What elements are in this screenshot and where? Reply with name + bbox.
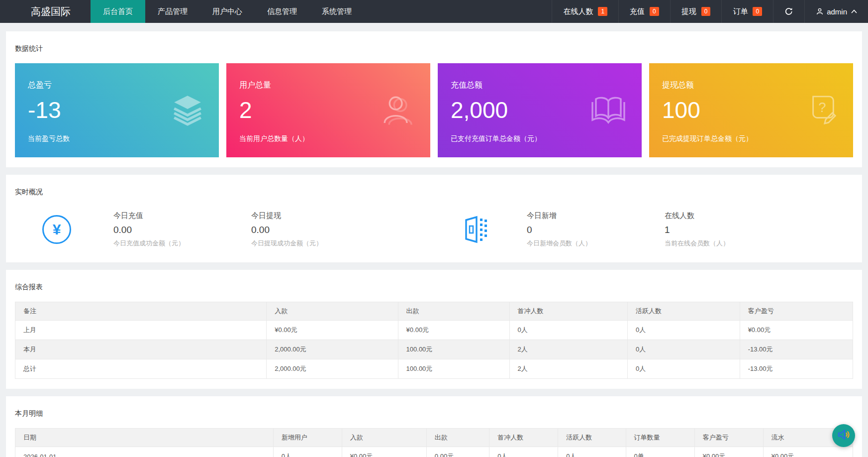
table-row: 2026-01-01 0人 ¥0.00元 0.00元 0人 0人 0单 ¥0.0… [15, 447, 853, 457]
panel-month-detail: 本月明细 日期 新增用户 入款 出款 首冲人数 活跃人数 订单数量 客户盈亏 流… [6, 396, 862, 457]
column-header: 活跃人数 [558, 429, 626, 447]
realtime-label: 在线人数 [665, 211, 802, 221]
card-total-withdraw: 提现总额 100 已完成提现订单总金额（元） ? [649, 63, 853, 157]
cell: 2人 [509, 359, 627, 379]
column-header: 新增用户 [273, 429, 342, 447]
column-header: 出款 [398, 302, 509, 321]
top-navbar: 高盛国际 后台首页 产品管理 用户中心 信息管理 系统管理 在线人数 1 充值 … [0, 0, 868, 23]
realtime-label: 今日提现 [251, 211, 389, 221]
cell: 2,000.00元 [267, 359, 398, 379]
refresh-icon [784, 7, 793, 16]
cell: 0人 [627, 359, 740, 379]
stat-label: 订单 [733, 7, 748, 16]
stat-orders[interactable]: 订单 0 [721, 0, 773, 23]
card-total-users: 用户总量 2 当前用户总数量（人） [226, 63, 430, 157]
tab-products[interactable]: 产品管理 [145, 0, 200, 23]
cell: 0单 [626, 447, 694, 457]
status-badge: 1 [598, 7, 607, 16]
card-desc: 当前用户总数量（人） [239, 134, 309, 143]
building-icon [464, 216, 489, 243]
section-title: 实时概况 [15, 188, 853, 197]
cell: 2,000.00元 [267, 340, 398, 359]
card-total-recharge: 充值总额 2,000 已支付充值订单总金额（元） [438, 63, 642, 157]
summary-report-table: 备注 入款 出款 首冲人数 活跃人数 客户盈亏 上月 ¥0.00元 ¥0.00元… [15, 302, 853, 379]
realtime-value: 1 [665, 225, 802, 235]
stat-recharge[interactable]: 充值 0 [618, 0, 670, 23]
book-icon [590, 94, 627, 127]
realtime-item-online: 在线人数 1 当前在线会员数（人） [665, 211, 802, 248]
card-desc: 已支付充值订单总金额（元） [451, 134, 541, 143]
column-header: 入款 [267, 302, 398, 321]
navbar-right: 在线人数 1 充值 0 提现 0 订单 0 [552, 0, 868, 23]
card-label: 用户总量 [239, 80, 430, 91]
cell: ¥0.00元 [267, 321, 398, 340]
stat-card-row: 总盈亏 -13 当前盈亏总数 用户总量 2 当前用户总数量（人） [15, 63, 853, 157]
user-menu[interactable]: admin [804, 0, 868, 23]
card-label: 充值总额 [451, 80, 642, 91]
realtime-item-today-new: 今日新增 0 今日新增会员数（人） [527, 211, 665, 248]
cell: 0人 [509, 321, 627, 340]
stat-label: 在线人数 [563, 7, 593, 16]
cell: ¥0.00元 [740, 321, 853, 340]
tab-dashboard[interactable]: 后台首页 [91, 0, 145, 23]
refresh-button[interactable] [773, 0, 804, 23]
table-header-row: 备注 入款 出款 首冲人数 活跃人数 客户盈亏 [15, 302, 853, 321]
realtime-desc: 当前在线会员数（人） [665, 239, 802, 248]
section-title: 本月明细 [15, 409, 853, 418]
tab-system[interactable]: 系统管理 [309, 0, 364, 23]
svg-text:?: ? [818, 99, 826, 114]
column-header: 日期 [15, 429, 274, 447]
column-header: 首冲人数 [509, 302, 627, 321]
cell: -13.00元 [740, 340, 853, 359]
column-header: 客户盈亏 [740, 302, 853, 321]
realtime-desc: 今日新增会员数（人） [527, 239, 665, 248]
realtime-desc: 今日充值成功金额（元） [113, 239, 251, 248]
table-row: 上月 ¥0.00元 ¥0.00元 0人 0人 ¥0.00元 [15, 321, 853, 340]
cell: 本月 [15, 340, 267, 359]
username-label: admin [827, 7, 847, 16]
section-title: 综合报表 [15, 283, 853, 292]
cell: 0.00元 [426, 447, 489, 457]
stat-online-users[interactable]: 在线人数 1 [552, 0, 618, 23]
realtime-value: 0.00 [251, 225, 389, 235]
brand-title: 高盛国际 [0, 0, 91, 23]
cell: 0人 [627, 340, 740, 359]
sound-toggle-button[interactable] [832, 424, 855, 447]
cell: 2人 [509, 340, 627, 359]
card-label: 总盈亏 [28, 80, 219, 91]
card-desc: 当前盈亏总数 [28, 134, 70, 143]
card-label: 提现总额 [662, 80, 853, 91]
tab-user-center[interactable]: 用户中心 [200, 0, 255, 23]
table-header-row: 日期 新增用户 入款 出款 首冲人数 活跃人数 订单数量 客户盈亏 流水 [15, 429, 853, 447]
month-detail-table: 日期 新增用户 入款 出款 首冲人数 活跃人数 订单数量 客户盈亏 流水 202… [15, 428, 853, 457]
cell: ¥0.00元 [342, 447, 426, 457]
column-header: 客户盈亏 [694, 429, 763, 447]
realtime-value: 0 [527, 225, 665, 235]
realtime-item-today-recharge: 今日充值 0.00 今日充值成功金额（元） [113, 211, 251, 248]
user-icon [816, 7, 824, 15]
cell: 0人 [558, 447, 626, 457]
table-row: 总计 2,000.00元 100.00元 2人 0人 -13.00元 [15, 359, 853, 379]
panel-data-statistics: 数据统计 总盈亏 -13 当前盈亏总数 用户总量 2 当前用户总 [6, 31, 862, 167]
column-header: 活跃人数 [627, 302, 740, 321]
speaker-icon [837, 429, 851, 443]
column-header: 入款 [342, 429, 426, 447]
realtime-item-today-withdraw: 今日提现 0.00 今日提现成功金额（元） [251, 211, 389, 248]
card-total-profit: 总盈亏 -13 当前盈亏总数 [15, 63, 219, 157]
realtime-value: 0.00 [113, 225, 251, 235]
stat-withdraw[interactable]: 提现 0 [670, 0, 722, 23]
realtime-label: 今日充值 [113, 211, 251, 221]
realtime-label: 今日新增 [527, 211, 665, 221]
column-header: 备注 [15, 302, 267, 321]
cell: 2026-01-01 [15, 447, 274, 457]
tab-information[interactable]: 信息管理 [255, 0, 309, 23]
section-title: 数据统计 [15, 44, 853, 53]
column-header: 订单数量 [626, 429, 694, 447]
cell: 0人 [627, 321, 740, 340]
stat-label: 充值 [630, 7, 645, 16]
cell: 100.00元 [398, 340, 509, 359]
cell: 上月 [15, 321, 267, 340]
cell: -13.00元 [740, 359, 853, 379]
column-header: 出款 [426, 429, 489, 447]
card-desc: 已完成提现订单总金额（元） [662, 134, 753, 143]
